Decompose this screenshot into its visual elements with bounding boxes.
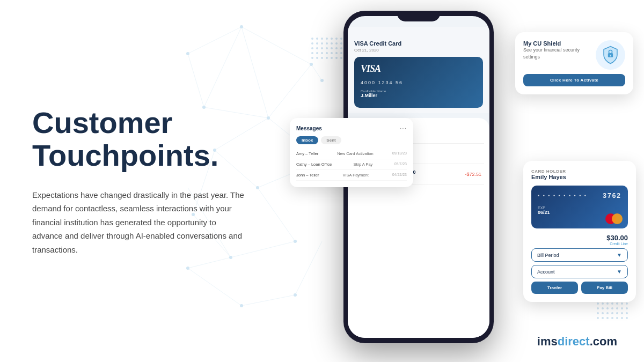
svg-point-23	[240, 25, 243, 28]
messages-title: Messages	[296, 125, 322, 131]
account-arrow-icon: ▼	[617, 269, 622, 275]
shield-icon	[601, 46, 620, 64]
visa-card-body: VISA 4000 1234 56 Cardholder Name J.Mill…	[354, 57, 483, 108]
card-exp-label: EXP	[538, 206, 621, 210]
svg-line-6	[204, 27, 241, 107]
brand-text: imsdirect.com	[537, 335, 617, 349]
svg-line-17	[188, 257, 231, 268]
account-label: Account	[537, 269, 555, 275]
brand-domain: .com	[590, 335, 617, 348]
card-holder-name: Emily Hayes	[531, 174, 628, 180]
account-dropdown[interactable]: Account ▼	[531, 265, 628, 278]
visa-card-title: VISA Credit Card	[354, 40, 483, 47]
card-dots: • • • • • • • • • •	[538, 193, 587, 198]
dot-pattern-bottom	[597, 302, 628, 319]
paybill-button[interactable]: Pay Bill	[581, 282, 628, 294]
msg-from-1: Amy – Teller	[296, 151, 318, 156]
visa-logo: VISA	[361, 63, 477, 75]
card-holder-label: Card Holder	[531, 169, 628, 174]
msg-date-3: 04/22/23	[392, 173, 407, 178]
mastercard-logo	[605, 213, 623, 224]
credit-line-text: Credit Line	[531, 242, 628, 246]
amount-display: $30.00	[531, 234, 628, 242]
messages-panel: Messages ··· Inbox Sent Amy – Teller New…	[290, 118, 413, 187]
msg-subject-2: Skip A Pay	[353, 162, 372, 167]
message-row-2[interactable]: Cathy – Loan Office Skip A Pay 05/7/23	[296, 159, 407, 170]
credit-card-widget: Card Holder Emily Hayes • • • • • • • • …	[523, 161, 636, 302]
left-panel: Customer Touchpoints. Expectations have …	[32, 106, 274, 256]
bill-period-label: Bill Period	[537, 253, 559, 258]
msg-subject-3: VISA Payment	[342, 173, 368, 178]
main-heading: Customer Touchpoints.	[32, 106, 274, 172]
visa-number: 4000 1234 56	[361, 80, 477, 85]
phone-notch	[397, 11, 440, 21]
shield-header: My CU Shield See your financial security…	[523, 40, 625, 70]
visa-card-date: Oct 21, 2020	[354, 48, 483, 53]
visa-holder-label: Cardholder Name	[361, 90, 477, 93]
svg-line-5	[241, 27, 268, 118]
svg-rect-40	[610, 55, 611, 56]
svg-point-33	[186, 267, 189, 270]
dot-pattern-top	[311, 38, 342, 59]
svg-line-4	[188, 54, 204, 107]
shield-card: My CU Shield See your financial security…	[515, 32, 633, 94]
activate-button[interactable]: Click Here To Activate	[523, 74, 625, 86]
svg-line-0	[188, 27, 241, 54]
trans-amount-3: -$72.51	[465, 172, 481, 177]
messages-header: Messages ···	[296, 124, 407, 132]
credit-card-visual: • • • • • • • • • • 3762 EXP 06/21	[531, 186, 628, 228]
svg-point-31	[229, 256, 232, 259]
right-panel: VISA Credit Card Oct 21, 2020 VISA 4000 …	[279, 0, 644, 362]
message-row-3[interactable]: John – Teller VISA Payment 04/22/23	[296, 170, 407, 181]
visa-card-section: VISA Credit Card Oct 21, 2020 VISA 4000 …	[348, 27, 489, 113]
messages-more-icon[interactable]: ···	[400, 124, 407, 132]
shield-subtitle: See your financial security settings	[523, 47, 596, 60]
msg-date-2: 05/7/23	[394, 162, 407, 167]
tab-inbox[interactable]: Inbox	[296, 136, 318, 144]
message-row-1[interactable]: Amy – Teller New Card Activation 09/13/2…	[296, 149, 407, 159]
bill-period-arrow-icon: ▼	[617, 252, 622, 258]
msg-subject-1: New Card Activation	[337, 151, 374, 156]
card-last-digits: 3762	[603, 192, 621, 200]
tab-sent[interactable]: Sent	[321, 136, 341, 144]
brand-prefix: ims	[537, 335, 558, 348]
description-text: Expectations have changed drastically in…	[32, 188, 247, 256]
msg-from-2: Cathy – Loan Office	[296, 162, 332, 167]
shield-icon-container	[596, 40, 625, 70]
svg-line-18	[188, 268, 241, 306]
mc-circle-orange	[612, 213, 623, 224]
svg-point-34	[240, 304, 243, 307]
msg-from-3: John – Teller	[296, 173, 319, 178]
brand-suffix: direct	[558, 335, 590, 348]
transfer-button[interactable]: Tranfer	[531, 282, 578, 294]
action-buttons: Tranfer Pay Bill	[531, 282, 628, 294]
svg-point-22	[186, 52, 189, 55]
visa-holder-name: J.Miller	[361, 93, 477, 98]
msg-date-1: 09/13/23	[392, 151, 407, 156]
messages-tabs: Inbox Sent	[296, 136, 407, 144]
shield-title: My CU Shield	[523, 40, 596, 47]
bill-period-dropdown[interactable]: Bill Period ▼	[531, 248, 628, 262]
